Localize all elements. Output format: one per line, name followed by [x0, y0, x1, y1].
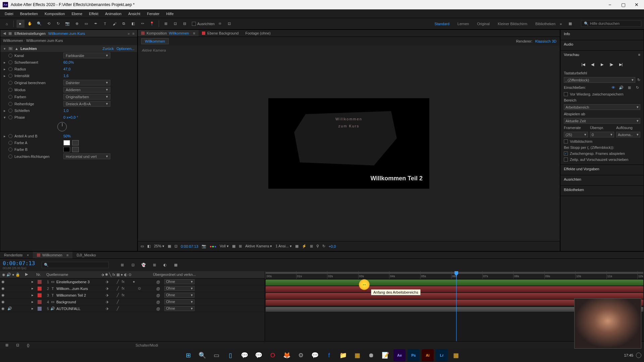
toggle-modes-icon[interactable]: ⊡ [13, 341, 21, 349]
parent-dropdown[interactable]: Ohne▾ [164, 306, 195, 311]
layer-name[interactable]: AUTOUNFALL [56, 307, 103, 311]
twirl-icon[interactable]: ▸ [3, 60, 6, 65]
comp-tab[interactable]: Footage (ohne) [242, 30, 274, 37]
app-icon[interactable]: ⚙ [295, 349, 307, 361]
include-audio-icon[interactable]: 🔊 [618, 85, 624, 90]
toggle-switches-icon[interactable]: ⊞ [3, 341, 11, 349]
pen-tool[interactable]: ✒ [92, 20, 100, 28]
align-checkbox[interactable] [192, 22, 196, 26]
refresh-icon[interactable]: ↻ [322, 244, 325, 248]
frame-blend-icon[interactable]: ⊞ [150, 261, 158, 269]
graph-editor-icon[interactable]: ▦ [172, 261, 180, 269]
snapshot-icon[interactable]: 📷 [202, 244, 206, 248]
anteil-value[interactable]: 50% [63, 134, 71, 138]
menu-bearbeiten[interactable]: Bearbeiten [17, 10, 41, 17]
explorer-icon[interactable]: ▯ [224, 349, 236, 361]
vollbild-checkbox[interactable] [564, 139, 568, 143]
draft-3d-icon[interactable]: ⊞ [310, 244, 313, 248]
layer-color[interactable] [38, 293, 42, 297]
effects-presets-tab[interactable]: Effekte und Vorgaben [564, 167, 640, 171]
parent-dropdown[interactable]: Ohne▾ [164, 299, 195, 304]
layer-color[interactable] [38, 280, 42, 284]
layer-name[interactable]: Einstellungsebene 3 [56, 280, 103, 284]
phase-value[interactable]: 0 x+0,0 ° [63, 115, 78, 119]
menu-ansicht[interactable]: Ansicht [125, 10, 144, 17]
snapping-icon[interactable]: ፨ [216, 20, 224, 28]
camera-dropdown[interactable]: Aktive Kamera ▾ [245, 244, 272, 248]
fast-preview-icon[interactable]: ⚡ [302, 244, 307, 248]
include-video-icon[interactable]: 👁 [610, 85, 616, 90]
first-frame-button[interactable]: |◀ [580, 61, 586, 67]
farben-dropdown[interactable]: Originalfarben▾ [63, 94, 110, 100]
twirl-icon[interactable]: ▸ [3, 74, 6, 78]
comp-mini-flowchart-icon[interactable]: ⊞ [118, 261, 126, 269]
auflosung-dropdown[interactable]: Automa..▾ [616, 132, 640, 137]
layer-color[interactable] [38, 287, 42, 291]
whatsapp-icon[interactable]: 💬 [253, 349, 265, 361]
comp-breadcrumb[interactable]: Willkommen [141, 38, 169, 44]
info-panel-tab[interactable]: Info [564, 32, 640, 36]
shortcut-dropdown[interactable]: , (Ziffernblock)▾ [564, 77, 635, 83]
rotate-tool[interactable]: ↻ [54, 20, 62, 28]
stopwatch-icon[interactable] [8, 54, 12, 58]
playhead[interactable] [456, 271, 457, 341]
layer-name[interactable]: Willkom...zum Kurs [56, 287, 103, 291]
visibility-icon[interactable]: ◉ [1, 300, 6, 304]
composition-viewer[interactable]: Aktive Kamera Willkommenzum Kurs Willkom… [138, 46, 560, 241]
folder-icon[interactable]: 📁 [337, 349, 349, 361]
pickwhip-icon[interactable]: @ [156, 300, 163, 304]
layer-row[interactable]: ◉🔊▸5🔊AUTOUNFALL⬗╱@Ohne▾ [0, 305, 265, 312]
layer-bar[interactable] [266, 286, 643, 292]
renderer-value[interactable]: Klassisch 3D [535, 39, 556, 43]
menu-effekt[interactable]: Effekt [86, 10, 102, 17]
roi-icon[interactable]: ⊡ [174, 244, 177, 248]
layer-color[interactable] [38, 300, 42, 304]
loop-icon[interactable]: ↻ [634, 85, 640, 90]
original-dropdown[interactable]: Dahinter▾ [63, 80, 110, 85]
maximize-button[interactable]: ▢ [619, 0, 628, 9]
reload-icon[interactable]: ↻ [637, 78, 640, 82]
pickwhip-icon[interactable]: @ [156, 307, 163, 311]
effect-twirl[interactable]: ▾ [3, 47, 6, 51]
menu-datei[interactable]: Datei [1, 10, 17, 17]
include-overlay-icon[interactable]: ⊞ [626, 85, 632, 90]
effects-next-icon[interactable]: » [127, 32, 129, 36]
menu-fenster[interactable]: Fenster [144, 10, 163, 17]
shy-toggle-icon[interactable]: 👻 [140, 261, 148, 269]
pickwhip-icon[interactable]: @ [156, 280, 163, 284]
twirl-icon[interactable]: ▸ [3, 109, 6, 113]
puppet-tool[interactable]: 📍 [148, 20, 156, 28]
orbit-tool[interactable]: ⟲ [45, 20, 53, 28]
timeline-tab[interactable]: Willkommen≡ [33, 252, 72, 258]
draft-3d-toggle-icon[interactable]: ⊡ [129, 261, 137, 269]
facebook-icon[interactable]: f [323, 349, 335, 361]
effect-controls-tab[interactable]: Effekteinstellungen [14, 32, 46, 36]
opera-icon[interactable]: O [267, 349, 279, 361]
visibility-icon[interactable]: ◉ [1, 286, 6, 291]
pan-behind-tool[interactable]: ⊕ [73, 20, 81, 28]
app3-icon[interactable]: ▦ [450, 349, 462, 361]
stopwatch-icon[interactable] [8, 74, 12, 78]
layer-twirl[interactable]: ▸ [32, 293, 36, 297]
comp-tab[interactable]: KompositionWillkommen≡ [138, 30, 199, 37]
stopwatch-icon[interactable] [8, 147, 12, 152]
stopwatch-icon[interactable] [8, 109, 12, 113]
parent-dropdown[interactable]: Ohne▾ [164, 279, 195, 284]
menu-hilfe[interactable]: Hilfe [163, 10, 177, 17]
visibility-icon[interactable]: ◉ [1, 280, 6, 284]
stopwatch-icon[interactable] [8, 134, 12, 138]
snap-options-icon[interactable]: ⊡ [225, 20, 233, 28]
layer-twirl[interactable]: ▸ [32, 300, 36, 304]
magnification-dropdown[interactable]: 25% ▾ [154, 244, 164, 248]
type-tool[interactable]: T [101, 20, 109, 28]
radius-value[interactable]: 47,0 [63, 67, 70, 71]
motion-blur-icon[interactable]: ◐ [161, 261, 169, 269]
effect-name[interactable]: Leuchten [20, 47, 67, 51]
workspace-overflow-icon[interactable]: » [557, 20, 565, 28]
clock[interactable]: 17:45 [624, 353, 633, 357]
exposure-value[interactable]: +0,0 [329, 244, 336, 248]
world-axis-icon[interactable]: ⊡ [171, 20, 179, 28]
firefox-icon[interactable]: 🦊 [281, 349, 293, 361]
stopwatch-icon[interactable] [8, 115, 12, 119]
kanal-dropdown[interactable]: Farbkanäle▾ [63, 53, 110, 58]
